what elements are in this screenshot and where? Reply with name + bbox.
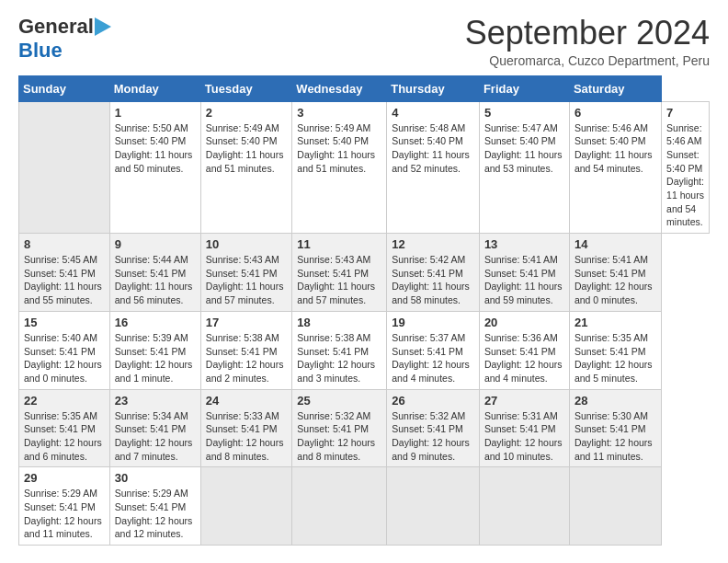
month-title: September 2024 xyxy=(465,15,710,52)
calendar-cell xyxy=(387,467,480,546)
calendar-cell: 6Sunrise: 5:46 AMSunset: 5:40 PMDaylight… xyxy=(569,101,661,234)
calendar-week-row: 29Sunrise: 5:29 AMSunset: 5:41 PMDayligh… xyxy=(19,467,710,546)
calendar-week-row: 1Sunrise: 5:50 AMSunset: 5:40 PMDaylight… xyxy=(19,101,710,234)
day-info: Sunrise: 5:37 AMSunset: 5:41 PMDaylight:… xyxy=(392,331,474,385)
calendar-cell: 20Sunrise: 5:36 AMSunset: 5:41 PMDayligh… xyxy=(479,311,569,389)
day-info: Sunrise: 5:42 AMSunset: 5:41 PMDaylight:… xyxy=(392,253,474,307)
day-info: Sunrise: 5:35 AMSunset: 5:41 PMDaylight:… xyxy=(24,409,105,464)
calendar-cell: 3Sunrise: 5:49 AMSunset: 5:40 PMDaylight… xyxy=(292,101,387,234)
day-info: Sunrise: 5:43 AMSunset: 5:41 PMDaylight:… xyxy=(297,253,381,307)
weekday-header-sunday: Sunday xyxy=(19,75,110,101)
day-number: 24 xyxy=(206,394,288,408)
day-info: Sunrise: 5:44 AMSunset: 5:41 PMDaylight:… xyxy=(115,253,196,307)
day-number: 20 xyxy=(484,316,564,329)
day-number: 15 xyxy=(24,316,105,329)
calendar-cell xyxy=(292,467,387,546)
day-number: 23 xyxy=(115,394,196,408)
day-info: Sunrise: 5:46 AMSunset: 5:40 PMDaylight:… xyxy=(666,121,704,230)
day-number: 7 xyxy=(666,106,704,120)
day-number: 12 xyxy=(392,237,474,251)
day-number: 9 xyxy=(115,237,196,251)
day-number: 14 xyxy=(574,237,656,251)
logo: General Blue xyxy=(18,15,112,63)
day-info: Sunrise: 5:34 AMSunset: 5:41 PMDaylight:… xyxy=(115,409,196,464)
day-info: Sunrise: 5:46 AMSunset: 5:40 PMDaylight:… xyxy=(574,121,656,176)
calendar-cell: 21Sunrise: 5:35 AMSunset: 5:41 PMDayligh… xyxy=(569,311,661,389)
day-info: Sunrise: 5:40 AMSunset: 5:41 PMDaylight:… xyxy=(24,331,105,385)
svg-marker-0 xyxy=(95,17,111,36)
day-info: Sunrise: 5:30 AMSunset: 5:41 PMDaylight:… xyxy=(574,409,656,464)
day-info: Sunrise: 5:47 AMSunset: 5:40 PMDaylight:… xyxy=(484,121,564,176)
logo-blue-text: Blue xyxy=(18,39,63,63)
day-info: Sunrise: 5:50 AMSunset: 5:40 PMDaylight:… xyxy=(115,121,196,176)
day-number: 2 xyxy=(206,106,288,120)
calendar-cell: 17Sunrise: 5:38 AMSunset: 5:41 PMDayligh… xyxy=(200,311,292,389)
day-info: Sunrise: 5:43 AMSunset: 5:41 PMDaylight:… xyxy=(206,253,288,307)
day-info: Sunrise: 5:38 AMSunset: 5:41 PMDaylight:… xyxy=(206,331,288,385)
day-number: 29 xyxy=(24,471,105,485)
calendar-cell: 24Sunrise: 5:33 AMSunset: 5:41 PMDayligh… xyxy=(200,389,292,467)
calendar-cell: 8Sunrise: 5:45 AMSunset: 5:41 PMDaylight… xyxy=(19,234,110,312)
calendar-cell: 9Sunrise: 5:44 AMSunset: 5:41 PMDaylight… xyxy=(109,234,200,312)
calendar-cell: 10Sunrise: 5:43 AMSunset: 5:41 PMDayligh… xyxy=(200,234,292,312)
calendar-cell: 25Sunrise: 5:32 AMSunset: 5:41 PMDayligh… xyxy=(292,389,387,467)
calendar-table: SundayMondayTuesdayWednesdayThursdayFrid… xyxy=(18,75,710,546)
calendar-cell: 26Sunrise: 5:32 AMSunset: 5:41 PMDayligh… xyxy=(387,389,480,467)
calendar-cell xyxy=(569,467,661,546)
day-info: Sunrise: 5:48 AMSunset: 5:40 PMDaylight:… xyxy=(392,121,474,176)
location-text: Queromarca, Cuzco Department, Peru xyxy=(465,53,710,68)
calendar-cell: 13Sunrise: 5:41 AMSunset: 5:41 PMDayligh… xyxy=(479,234,569,312)
calendar-cell: 28Sunrise: 5:30 AMSunset: 5:41 PMDayligh… xyxy=(569,389,661,467)
day-number: 11 xyxy=(297,237,381,251)
calendar-cell: 18Sunrise: 5:38 AMSunset: 5:41 PMDayligh… xyxy=(292,311,387,389)
day-number: 13 xyxy=(484,237,564,251)
day-number: 19 xyxy=(392,316,474,329)
calendar-week-row: 8Sunrise: 5:45 AMSunset: 5:41 PMDaylight… xyxy=(19,234,710,312)
logo-arrow-icon xyxy=(95,17,111,36)
weekday-header-thursday: Thursday xyxy=(387,75,480,101)
calendar-cell: 12Sunrise: 5:42 AMSunset: 5:41 PMDayligh… xyxy=(387,234,480,312)
page-header: General Blue September 2024 Queromarca, … xyxy=(18,15,710,68)
calendar-cell: 27Sunrise: 5:31 AMSunset: 5:41 PMDayligh… xyxy=(479,389,569,467)
day-info: Sunrise: 5:41 AMSunset: 5:41 PMDaylight:… xyxy=(484,253,564,307)
calendar-cell: 23Sunrise: 5:34 AMSunset: 5:41 PMDayligh… xyxy=(109,389,200,467)
day-number: 30 xyxy=(115,471,196,485)
weekday-header-monday: Monday xyxy=(109,75,200,101)
title-block: September 2024 Queromarca, Cuzco Departm… xyxy=(465,15,710,68)
calendar-cell: 15Sunrise: 5:40 AMSunset: 5:41 PMDayligh… xyxy=(19,311,110,389)
day-info: Sunrise: 5:38 AMSunset: 5:41 PMDaylight:… xyxy=(297,331,381,385)
calendar-cell: 16Sunrise: 5:39 AMSunset: 5:41 PMDayligh… xyxy=(109,311,200,389)
day-number: 18 xyxy=(297,316,381,329)
day-info: Sunrise: 5:29 AMSunset: 5:41 PMDaylight:… xyxy=(115,487,196,541)
day-number: 4 xyxy=(392,106,474,120)
calendar-cell: 11Sunrise: 5:43 AMSunset: 5:41 PMDayligh… xyxy=(292,234,387,312)
calendar-cell: 1Sunrise: 5:50 AMSunset: 5:40 PMDaylight… xyxy=(109,101,200,234)
day-info: Sunrise: 5:32 AMSunset: 5:41 PMDaylight:… xyxy=(392,409,474,464)
calendar-cell: 14Sunrise: 5:41 AMSunset: 5:41 PMDayligh… xyxy=(569,234,661,312)
logo-general-text: General xyxy=(18,15,94,39)
calendar-cell: 7Sunrise: 5:46 AMSunset: 5:40 PMDaylight… xyxy=(662,101,710,234)
calendar-cell: 5Sunrise: 5:47 AMSunset: 5:40 PMDaylight… xyxy=(479,101,569,234)
calendar-cell: 30Sunrise: 5:29 AMSunset: 5:41 PMDayligh… xyxy=(109,467,200,546)
calendar-cell: 2Sunrise: 5:49 AMSunset: 5:40 PMDaylight… xyxy=(200,101,292,234)
day-number: 16 xyxy=(115,316,196,329)
day-number: 25 xyxy=(297,394,381,408)
day-info: Sunrise: 5:36 AMSunset: 5:41 PMDaylight:… xyxy=(484,331,564,385)
calendar-cell: 22Sunrise: 5:35 AMSunset: 5:41 PMDayligh… xyxy=(19,389,110,467)
day-number: 26 xyxy=(392,394,474,408)
day-number: 22 xyxy=(24,394,105,408)
day-info: Sunrise: 5:49 AMSunset: 5:40 PMDaylight:… xyxy=(206,121,288,176)
calendar-cell: 29Sunrise: 5:29 AMSunset: 5:41 PMDayligh… xyxy=(19,467,110,546)
weekday-header-tuesday: Tuesday xyxy=(200,75,292,101)
day-info: Sunrise: 5:41 AMSunset: 5:41 PMDaylight:… xyxy=(574,253,656,307)
day-number: 28 xyxy=(574,394,656,408)
day-info: Sunrise: 5:39 AMSunset: 5:41 PMDaylight:… xyxy=(115,331,196,385)
day-info: Sunrise: 5:31 AMSunset: 5:41 PMDaylight:… xyxy=(484,409,564,464)
day-number: 3 xyxy=(297,106,381,120)
day-info: Sunrise: 5:35 AMSunset: 5:41 PMDaylight:… xyxy=(574,331,656,385)
weekday-header-friday: Friday xyxy=(479,75,569,101)
calendar-cell: 19Sunrise: 5:37 AMSunset: 5:41 PMDayligh… xyxy=(387,311,480,389)
day-info: Sunrise: 5:32 AMSunset: 5:41 PMDaylight:… xyxy=(297,409,381,464)
weekday-header-row: SundayMondayTuesdayWednesdayThursdayFrid… xyxy=(19,75,710,101)
day-info: Sunrise: 5:49 AMSunset: 5:40 PMDaylight:… xyxy=(297,121,381,176)
